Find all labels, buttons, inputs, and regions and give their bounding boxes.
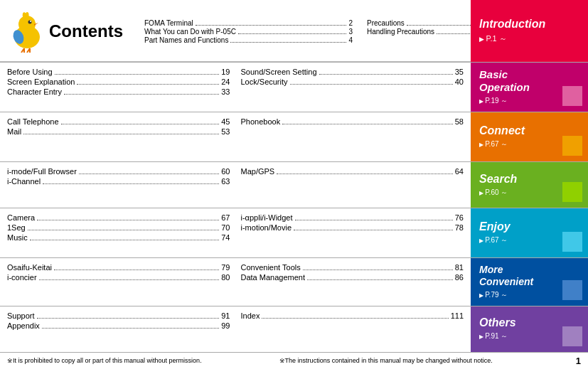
section-left: Support 91 Appendix 99	[7, 311, 234, 347]
bird-icon	[7, 10, 46, 53]
sidebar-square	[562, 232, 582, 252]
section-connect: Call Telephone 45 Mail 53 Phonebook 58 C…	[0, 112, 588, 161]
connect-sidebar: Connect ▶ P.67 ～	[471, 112, 588, 161]
entry-character-entry: Character Entry 33	[7, 87, 230, 96]
entry-data-management: Data Management 86	[241, 273, 464, 282]
section-right: i-αppli/i-Widget 76 i-motion/Movie 78	[234, 213, 464, 252]
entry-imode: i-mode/Full Browser 60	[7, 167, 230, 176]
toc-page: 4	[348, 36, 353, 44]
toc-item-foma: FOMA Terminal 2	[144, 19, 353, 27]
section-left: i-mode/Full Browser 60 i-Channel 63	[7, 167, 234, 203]
entry-phonebook: Phonebook 58	[241, 117, 464, 126]
section-left: Osaifu-Keitai 79 i-concier 80	[7, 263, 234, 301]
intro-block: Introduction ▶ P.1 ～	[471, 0, 588, 62]
others-sidebar: Others ▶ P.91 ～	[471, 306, 588, 352]
section-basic-operation: Before Using 19 Screen Explanation 24 Ch…	[0, 62, 588, 112]
entry-iappli: i-αppli/i-Widget 76	[241, 213, 464, 222]
entry-index: Index 111	[241, 311, 464, 320]
entry-mapgps: Map/GPS 64	[241, 167, 464, 176]
entry-ichannel: i-Channel 63	[7, 177, 230, 186]
logo-area: Contents	[7, 10, 139, 53]
sidebar-square	[562, 182, 582, 202]
section-content: Call Telephone 45 Mail 53 Phonebook 58	[0, 112, 471, 161]
toc-label: Precautions	[367, 19, 405, 27]
section-content: Before Using 19 Screen Explanation 24 Ch…	[0, 63, 471, 112]
section-others: Support 91 Appendix 99 Index 111 Others …	[0, 306, 588, 352]
sidebar-square	[562, 136, 582, 156]
section-content: Camera 67 1Seg 70 Music 74 i-αppli/i-Wid…	[0, 208, 471, 257]
intro-title: Introduction	[479, 18, 579, 31]
entry-camera: Camera 67	[7, 213, 230, 222]
footer: ※It is prohibited to copy all or part of…	[0, 352, 588, 369]
footer-right: ※The instructions contained in this manu…	[279, 357, 493, 364]
toc-page: 3	[348, 28, 353, 36]
section-content: Support 91 Appendix 99 Index 111	[0, 306, 471, 352]
entry-sound-screen: Sound/Screen Setting 35	[241, 68, 464, 76]
sidebar-square	[562, 280, 582, 300]
toc-label: Handling Precautions	[367, 28, 434, 36]
toc-label: FOMA Terminal	[144, 19, 193, 27]
section-right: Map/GPS 64	[234, 167, 464, 203]
contents-title: Contents	[49, 21, 123, 41]
toc-label: Part Names and Functions	[144, 36, 228, 44]
section-left: Call Telephone 45 Mail 53	[7, 117, 234, 156]
entry-before-using: Before Using 19	[7, 68, 230, 76]
entry-1seg: 1Seg 70	[7, 223, 230, 232]
toc-page: 2	[348, 19, 353, 27]
entry-appendix: Appendix 99	[7, 321, 230, 330]
section-right: Sound/Screen Setting 35 Lock/Security 40	[234, 68, 464, 107]
section-left: Before Using 19 Screen Explanation 24 Ch…	[7, 68, 234, 107]
header: Contents FOMA Terminal 2 Precautions 6 W…	[0, 0, 588, 62]
section-search: i-mode/Full Browser 60 i-Channel 63 Map/…	[0, 161, 588, 208]
enjoy-sidebar: Enjoy ▶ P.67 ～	[471, 208, 588, 257]
section-right: Convenient Tools 81 Data Management 86	[234, 263, 464, 301]
toc-item-partnames: Part Names and Functions 4	[144, 36, 353, 44]
entry-call-telephone: Call Telephone 45	[7, 117, 230, 126]
basic-operation-sidebar: BasicOperation ▶ P.19 ～	[471, 63, 588, 112]
intro-sub: ▶ P.1 ～	[479, 33, 579, 44]
entry-music: Music 74	[7, 233, 230, 242]
section-right: Index 111	[234, 311, 464, 347]
entry-osaifu: Osaifu-Keitai 79	[7, 263, 230, 272]
footer-left: ※It is prohibited to copy all or part of…	[7, 357, 202, 364]
toc-label: What You can Do with P-05C	[144, 28, 236, 36]
entry-support: Support 91	[7, 311, 230, 320]
entry-iconcier: i-concier 80	[7, 273, 230, 282]
search-sidebar: Search ▶ P.60 ～	[471, 162, 588, 208]
toc-item-whatyoucan: What You can Do with P-05C 3	[144, 28, 353, 36]
entry-lock-security: Lock/Security 40	[241, 78, 464, 86]
section-content: i-mode/Full Browser 60 i-Channel 63 Map/…	[0, 162, 471, 208]
entry-convenient-tools: Convenient Tools 81	[241, 263, 464, 272]
entry-imotion: i-motion/Movie 78	[241, 223, 464, 232]
more-convenient-sidebar: MoreConvenient ▶ P.79 ～	[471, 258, 588, 306]
page-number: 1	[576, 356, 581, 366]
section-right: Phonebook 58	[234, 117, 464, 156]
section-left: Camera 67 1Seg 70 Music 74	[7, 213, 234, 252]
svg-point-2	[28, 21, 32, 24]
section-enjoy: Camera 67 1Seg 70 Music 74 i-αppli/i-Wid…	[0, 208, 588, 257]
entry-screen-explanation: Screen Explanation 24	[7, 78, 230, 86]
sidebar-square	[562, 86, 582, 106]
entry-mail: Mail 53	[7, 127, 230, 136]
section-content: Osaifu-Keitai 79 i-concier 80 Convenient…	[0, 258, 471, 306]
svg-point-3	[30, 21, 31, 22]
section-more-convenient: Osaifu-Keitai 79 i-concier 80 Convenient…	[0, 257, 588, 306]
sidebar-square	[562, 326, 582, 346]
